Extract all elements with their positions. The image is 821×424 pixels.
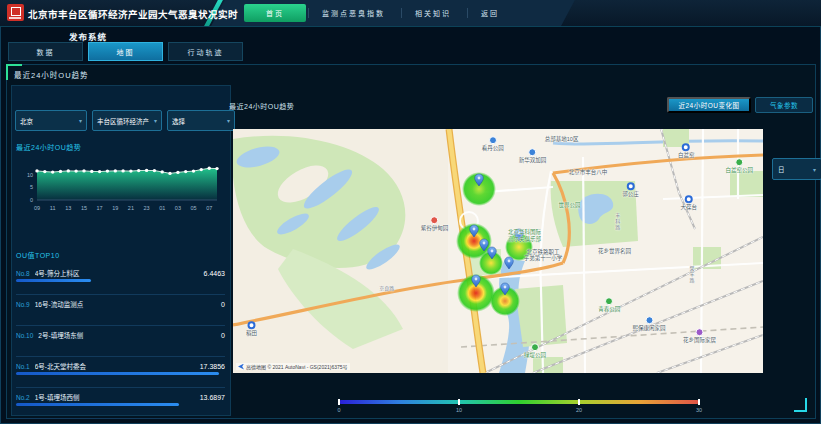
ou-progress-bar <box>16 403 179 406</box>
map-label-text: 花乡世界名园 <box>598 248 631 255</box>
legend-tick-label: 0 <box>337 407 340 413</box>
park-poi-icon <box>735 158 743 166</box>
legend-tick-label: 20 <box>576 407 582 413</box>
svg-text:13: 13 <box>65 205 71 211</box>
park-poi-icon <box>531 343 539 351</box>
map-label: 看丹公园 <box>482 136 504 152</box>
map-label-text: 京良路 <box>379 285 394 291</box>
tab-0[interactable]: 数据 <box>8 42 83 61</box>
map-label: 北京华科国际 高尔夫俱乐部 <box>508 230 541 243</box>
map-label-text: 白盆窑公园 <box>725 167 753 174</box>
ou-site-name: 6号-北天堂村委会 <box>35 361 200 371</box>
left-panel: 北京▾丰台区循环经济产▾选择▾ 最近24小时OU趋势 0911131517192… <box>11 85 231 416</box>
ou-top-row: No.84号-筛分上料区6.4463 <box>16 264 225 295</box>
map-label-text: 看丹公园 <box>482 145 504 152</box>
ou-top-row: No.102号-填埋场东侧0 <box>16 326 225 357</box>
nav-item-2[interactable]: 相关知识 <box>401 4 465 22</box>
legend-tick-mark <box>458 399 460 405</box>
map-label: 青春公园 <box>598 297 620 313</box>
metro-poi-icon <box>248 321 256 329</box>
map-labels-layer: 看丹公园总部基地10区白盆窑新华双加园北京市丰台八中郭公庄世界公园大葆台北京华科… <box>233 129 763 373</box>
select-value: 选择 <box>172 116 185 126</box>
legend-tick-label: 10 <box>456 407 462 413</box>
select-value: 北京 <box>20 116 33 126</box>
filter-select-0[interactable]: 北京▾ <box>15 110 87 131</box>
chevron-down-icon: ▾ <box>813 166 816 173</box>
map-label: 白盆窑公园 <box>725 158 753 174</box>
svg-text:09: 09 <box>34 205 40 211</box>
chevron-down-icon: ▾ <box>227 117 230 124</box>
filter-select-2[interactable]: 选择▾ <box>167 110 235 131</box>
map-label: 樊羊路 <box>688 266 694 284</box>
tab-1[interactable]: 地图 <box>88 42 163 61</box>
map-label: 新华双加园 <box>519 148 547 164</box>
svg-text:19: 19 <box>112 205 118 211</box>
panel-title: 最近24小时OU趋势 <box>14 69 89 80</box>
ou-value: 0 <box>221 332 225 339</box>
filter-select-1[interactable]: 丰台区循环经济产▾ <box>92 110 162 131</box>
legend-tick-mark <box>338 399 340 405</box>
blue-poi-icon <box>489 136 497 144</box>
system-label: 发布系统 <box>69 30 107 42</box>
main-panel: 最近24小时OU趋势 北京▾丰台区循环经济产▾选择▾ 最近24小时OU趋势 09… <box>6 64 816 419</box>
map-label-text: 樊羊路 <box>688 266 694 284</box>
filter-selects: 北京▾丰台区循环经济产▾选择▾ <box>15 110 235 131</box>
blue-poi-icon <box>528 148 536 156</box>
map-label: 丰科路 <box>614 213 620 231</box>
map-label-text: 北京铁路职工 子弟第十一小学 <box>524 249 563 262</box>
map-label-text: 青春公园 <box>598 306 620 313</box>
map-label-text: 绿堤公园 <box>524 352 546 359</box>
ou-site-name: 2号-填埋场东侧 <box>38 330 221 340</box>
ou-value: 13.6897 <box>200 394 225 401</box>
map-canvas[interactable]: 看丹公园总部基地10区白盆窑新华双加园北京市丰台八中郭公庄世界公园大葆台北京华科… <box>233 129 763 373</box>
chevron-down-icon: ▾ <box>79 117 82 124</box>
scenic-poi-icon <box>430 216 438 224</box>
ou-top-row: No.16号-北天堂村委会17.3856 <box>16 357 225 388</box>
view-tabs: 数据地图行动轨迹 <box>8 42 243 61</box>
period-select[interactable]: 日 ▾ <box>772 158 821 180</box>
ou-value: 17.3856 <box>200 363 225 370</box>
ou-top-list: No.84号-筛分上料区6.4463No.916号-流动监测点0No.102号-… <box>16 264 225 419</box>
legend-tick-mark <box>698 399 700 405</box>
tab-2[interactable]: 行动轨迹 <box>168 42 243 61</box>
map-label: 绿堤公园 <box>524 343 546 359</box>
ou-value: 0 <box>221 301 225 308</box>
ou-site-name: 4号-筛分上料区 <box>35 268 204 278</box>
weather-params-button[interactable]: 气象参数 <box>755 97 813 113</box>
map-label-text: 郭公庄 <box>622 191 639 198</box>
svg-text:05: 05 <box>190 205 196 211</box>
blue-poi-icon <box>645 316 653 324</box>
metro-poi-icon <box>626 182 634 190</box>
app-header: 北京市丰台区循环经济产业园大气恶臭状况实时 首页监测点恶臭指数相关知识返回 <box>0 0 821 27</box>
map-label: 大葆台 <box>681 196 698 212</box>
map-label-text: 新华双加园 <box>519 157 547 164</box>
main-nav: 首页监测点恶臭指数相关知识返回 <box>244 3 513 23</box>
trend-chart-title: 最近24小时OU趋势 <box>16 142 81 152</box>
map-panel-title: 最近24小时OU趋势 <box>229 101 294 111</box>
map-attribution: 高德地图 © 2021 AutoNavi - GS(2021)6375号 <box>236 363 350 370</box>
ou-progress-bar <box>16 372 219 375</box>
nav-item-0[interactable]: 首页 <box>244 4 306 22</box>
map-label-text: 熙保康闲家园 <box>633 325 666 332</box>
ou-rank: No.8 <box>16 270 30 277</box>
map-label: 世界公园 <box>559 201 581 208</box>
ou-rank: No.2 <box>16 394 30 401</box>
trend-chart: 0911131517192123010305070510 <box>15 154 225 222</box>
metro-poi-icon <box>682 143 690 151</box>
map-label: 熙保康闲家园 <box>633 316 666 332</box>
map-label-text: 世界公园 <box>559 201 581 208</box>
nav-item-1[interactable]: 监测点恶臭指数 <box>308 4 399 22</box>
nav-item-3[interactable]: 返回 <box>467 4 513 22</box>
period-select-value: 日 <box>778 164 785 174</box>
app-root: 北京市丰台区循环经济产业园大气恶臭状况实时 首页监测点恶臭指数相关知识返回 发布… <box>0 0 821 424</box>
map-label-text: 稻田 <box>246 330 257 337</box>
map-label: 总部基地10区 <box>545 135 579 142</box>
ou-top-row: No.916号-流动监测点0 <box>16 295 225 326</box>
ou-progress-bar <box>16 279 91 282</box>
map-label: 北京市丰台八中 <box>569 168 608 175</box>
svg-text:0: 0 <box>30 197 33 203</box>
ou-change-chart-button[interactable]: 近24小时OU变化图 <box>667 97 751 113</box>
amap-logo-icon <box>238 364 244 370</box>
svg-text:21: 21 <box>128 205 134 211</box>
map-label-text: 白盆窑 <box>678 152 695 159</box>
